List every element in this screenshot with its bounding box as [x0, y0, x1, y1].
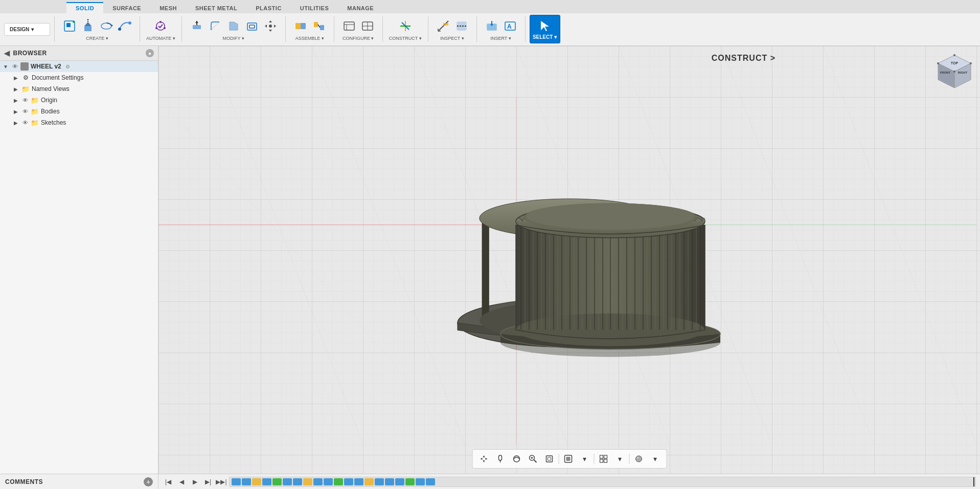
tree-item-wheel-v2[interactable]: ▼ 👁 WHEEL v2 ⚙: [0, 61, 158, 72]
timeline-item-14[interactable]: [364, 478, 374, 485]
timeline-item-17[interactable]: [395, 478, 404, 485]
select-button[interactable]: SELECT ▾: [530, 15, 560, 43]
shell-button[interactable]: [243, 17, 261, 35]
navigation-cube[interactable]: TOP RIGHT FRONT: [934, 51, 975, 92]
tree-item-bodies[interactable]: ▶ 👁 📁 Bodies: [0, 106, 158, 117]
timeline-item-7[interactable]: [293, 478, 302, 485]
tree-toggle-bodies[interactable]: ▶: [12, 108, 19, 115]
timeline-play-button[interactable]: ▶: [189, 476, 200, 487]
insert-button-1[interactable]: [483, 17, 500, 35]
fillet-button[interactable]: [207, 17, 224, 35]
tab-manage[interactable]: MANAGE: [338, 2, 383, 13]
tree-item-origin[interactable]: ▶ 👁 📁 Origin: [0, 95, 158, 106]
tree-toggle-origin[interactable]: ▶: [12, 97, 19, 104]
tree-item-sketches[interactable]: ▶ 👁 📁 Sketches: [0, 117, 158, 128]
move-button[interactable]: [262, 17, 279, 35]
configure-button-1[interactable]: [340, 17, 358, 35]
timeline-item-2[interactable]: [242, 478, 251, 485]
timeline-item-12[interactable]: [344, 478, 353, 485]
construct-button[interactable]: [397, 17, 414, 35]
tab-solid[interactable]: SOLID: [66, 2, 103, 13]
tree-toggle-sketches[interactable]: ▶: [12, 119, 19, 126]
timeline-item-6[interactable]: [283, 478, 292, 485]
construct-label[interactable]: CONSTRUCT: [389, 36, 422, 41]
svg-marker-24: [265, 25, 267, 28]
browser-collapse-button[interactable]: ●: [146, 49, 154, 57]
joint-button[interactable]: [292, 17, 309, 35]
grid-button[interactable]: [596, 452, 610, 466]
pan-button[interactable]: [493, 452, 507, 466]
insert-button-2[interactable]: A: [502, 17, 519, 35]
visibility-toggle-bodies[interactable]: 👁: [21, 108, 29, 115]
timeline-item-18[interactable]: [405, 478, 415, 485]
configure-button-2[interactable]: [359, 17, 376, 35]
tree-item-doc-settings[interactable]: ▶ ⚙ Document Settings: [0, 72, 158, 83]
tab-plastic[interactable]: PLASTIC: [246, 2, 291, 13]
timeline-track[interactable]: [229, 477, 976, 487]
timeline-item-3[interactable]: [252, 478, 261, 485]
zoom-fit-button[interactable]: [542, 452, 556, 466]
as-built-joint-button[interactable]: [310, 17, 328, 35]
svg-rect-20: [247, 23, 257, 30]
automate-button[interactable]: [152, 17, 169, 35]
timeline-item-8[interactable]: [303, 478, 312, 485]
tree-toggle-named-views[interactable]: ▶: [12, 85, 19, 92]
timeline-item-5[interactable]: [272, 478, 282, 485]
timeline-item-9[interactable]: [313, 478, 323, 485]
timeline-end-button[interactable]: ▶▶|: [216, 476, 227, 487]
visibility-toggle-sketches[interactable]: 👁: [21, 119, 29, 126]
assemble-group: ASSEMBLE: [290, 17, 330, 41]
visual-style-dropdown[interactable]: ▾: [648, 452, 662, 466]
display-dropdown[interactable]: ▾: [577, 452, 591, 466]
visibility-toggle-wheel[interactable]: 👁: [11, 63, 18, 70]
vp-separator-3: [629, 454, 629, 464]
timeline-item-11[interactable]: [334, 478, 343, 485]
sweep-button[interactable]: [116, 17, 133, 35]
timeline-item-16[interactable]: [385, 478, 394, 485]
tab-surface[interactable]: SURFACE: [103, 2, 150, 13]
automate-label[interactable]: AUTOMATE: [146, 36, 175, 41]
timeline-item-15[interactable]: [375, 478, 384, 485]
inspect-label[interactable]: INSPECT: [440, 36, 464, 41]
tree-item-named-views[interactable]: ▶ 📁 Named Views: [0, 83, 158, 95]
visual-style-button[interactable]: [631, 452, 646, 466]
timeline-item-20[interactable]: [426, 478, 435, 485]
zoom-button[interactable]: [526, 452, 540, 466]
timeline-item-4[interactable]: [262, 478, 271, 485]
tree-toggle-doc-settings[interactable]: ▶: [12, 74, 19, 81]
design-button[interactable]: DESIGN ▾: [4, 23, 50, 36]
tree-toggle-wheel[interactable]: ▼: [2, 63, 9, 70]
orbit-button[interactable]: [509, 452, 523, 466]
timeline-next-button[interactable]: ▶|: [202, 476, 214, 487]
timeline-prev-button[interactable]: ◀: [176, 476, 187, 487]
measure-button[interactable]: [435, 17, 452, 35]
tab-mesh[interactable]: MESH: [150, 2, 186, 13]
timeline-item-13[interactable]: [354, 478, 363, 485]
timeline-item-19[interactable]: [416, 478, 425, 485]
insert-label[interactable]: INSERT: [490, 36, 511, 41]
svg-rect-1: [66, 23, 71, 27]
tab-utilities[interactable]: UTILITIES: [291, 2, 338, 13]
section-analysis-button[interactable]: [453, 17, 470, 35]
visibility-toggle-origin[interactable]: 👁: [21, 97, 29, 104]
modify-label[interactable]: MODIFY: [223, 36, 244, 41]
extrude-button[interactable]: [79, 17, 97, 35]
display-mode-button[interactable]: [561, 452, 575, 466]
assemble-label[interactable]: ASSEMBLE: [295, 36, 324, 41]
revolve-button[interactable]: [98, 17, 115, 35]
press-pull-button[interactable]: [188, 17, 206, 35]
timeline-beginning-button[interactable]: |◀: [163, 476, 174, 487]
create-label[interactable]: CREATE: [86, 36, 108, 41]
viewport[interactable]: TOP RIGHT FRONT CONSTRUCT >: [158, 46, 980, 474]
new-component-button[interactable]: [61, 17, 78, 35]
tab-sheet-metal[interactable]: SHEET METAL: [186, 2, 246, 13]
add-comment-button[interactable]: +: [144, 477, 153, 486]
chamfer-button[interactable]: [225, 17, 242, 35]
timeline-item-10[interactable]: [324, 478, 333, 485]
fit-all-button[interactable]: [476, 452, 491, 466]
timeline-item-1[interactable]: [232, 478, 241, 485]
svg-rect-151: [604, 459, 607, 462]
vp-separator-1: [558, 454, 559, 464]
grid-dropdown[interactable]: ▾: [612, 452, 627, 466]
configure-label[interactable]: CONFIGURE: [343, 36, 374, 41]
